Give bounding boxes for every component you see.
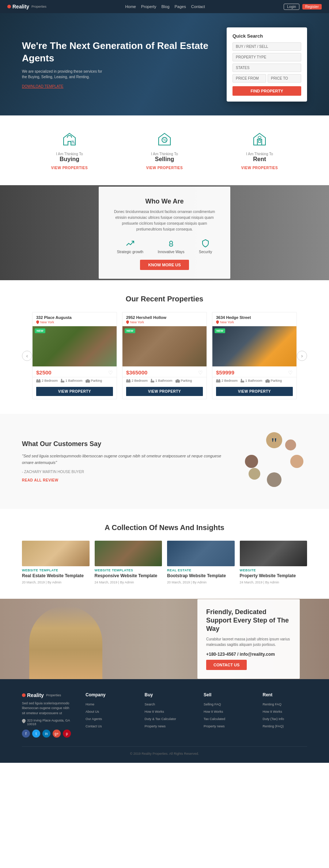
prop-heart-3[interactable]: ♡	[288, 370, 293, 376]
footer-link-property-news-sell: Property news	[204, 723, 248, 728]
buying-icon: 🔧	[60, 130, 79, 148]
social-facebook[interactable]: f	[22, 730, 30, 738]
prop-features-3: 2 Bedroom 1 Bathroom Parking	[212, 377, 296, 384]
buy-rent-sell-select[interactable]: BUY / RENT / SELL	[232, 42, 301, 51]
hero-title: We're The Next Generation of Real Estate…	[22, 40, 212, 65]
buying-action: Buying	[22, 156, 117, 163]
news-card-2: WEBSITE TEMPLATES Responsive Website Tem…	[95, 541, 162, 584]
news-meta-3: 20 March, 2019 | By Admin	[167, 580, 235, 584]
svg-rect-9	[37, 379, 38, 381]
avatar-left	[245, 455, 258, 468]
social-twitter[interactable]: t	[32, 730, 40, 738]
footer-link-howitworks-sell: How It Works	[204, 708, 248, 714]
carousel-next-arrow[interactable]: ›	[297, 351, 307, 361]
footer-link-howitworks-rent: How It Works	[263, 708, 307, 714]
news-category-4: WEBSITE	[240, 568, 307, 572]
news-grid: WEBSITE TEMPLATE Real Estate Website Tem…	[22, 541, 307, 584]
testimonial-title: What Our Customers Say	[22, 440, 227, 448]
prop-heart-1[interactable]: ♡	[108, 370, 113, 376]
hero-download-link[interactable]: DOWNLOAD TEMPLATE	[22, 84, 64, 88]
nav-home[interactable]: Home	[125, 4, 136, 9]
property-card-3: 3634 Hedge Street New York NEW $59999 ♡	[212, 312, 297, 399]
testimonial-author: - ZACHARY MARTIN HOUSE BUYER	[22, 470, 227, 474]
footer-sell-col: Sell Selling FAQ How It Works Tax Calcul…	[204, 692, 248, 738]
who-feat-strategic: Strategic growth	[117, 238, 143, 254]
brand-logo: Reality Properties	[7, 4, 46, 9]
prop-parking-3: Parking	[265, 379, 282, 382]
support-section: Friendly, Dedicated Support Every Step o…	[0, 599, 329, 679]
footer-link-agents: Our Agents	[86, 716, 130, 721]
footer-link-duty-tax: Duty & Tax Calculator	[145, 716, 189, 721]
support-description: Curabitur laoreet massa justalt ultrices…	[206, 636, 291, 647]
footer-socials: f t in g+ p	[22, 730, 71, 738]
find-property-button[interactable]: FIND PROPERTY	[232, 86, 301, 96]
register-button[interactable]: Register	[302, 4, 322, 9]
selling-link[interactable]: VIEW PROPERTIES	[146, 166, 183, 170]
hero-description: We are specialized in providing these se…	[22, 69, 102, 80]
social-pinterest[interactable]: p	[63, 730, 71, 738]
view-property-button-2[interactable]: VIEW PROPERTY	[126, 387, 203, 396]
who-feat-security: Security	[199, 238, 212, 254]
avatar-bottom	[267, 472, 281, 487]
prop-price-1: $2500	[36, 369, 52, 376]
svg-rect-25	[216, 379, 218, 381]
thinking-selling: % I Am Thinking To Selling VIEW PROPERTI…	[117, 130, 212, 170]
svg-rect-28	[241, 379, 242, 381]
nav-property[interactable]: Property	[141, 4, 156, 9]
prop-bathrooms-2: 1 Bathroom	[151, 379, 173, 382]
nav-contact[interactable]: Contact	[191, 4, 205, 9]
buying-link[interactable]: VIEW PROPERTIES	[51, 166, 88, 170]
svg-rect-18	[129, 379, 130, 381]
footer-link-selling-faq: Selling FAQ	[204, 701, 248, 707]
selling-icon: %	[155, 130, 174, 148]
view-property-button-1[interactable]: VIEW PROPERTY	[36, 387, 113, 396]
news-card-title-2[interactable]: Responsive Website Template	[95, 573, 162, 579]
view-property-button-3[interactable]: VIEW PROPERTY	[216, 387, 293, 396]
who-box: Who We Are Donec tincidunmassa tincidunt…	[99, 187, 230, 279]
hero-section: We're The Next Generation of Real Estate…	[0, 13, 329, 115]
news-card-3: REAL ESTATE Bootstrap Website Template 2…	[167, 541, 235, 584]
property-type-select[interactable]: PROPERTY TYPE	[232, 53, 301, 61]
price-from-select[interactable]: PRICE FROM	[232, 74, 266, 83]
news-card-title-4[interactable]: Property Website Template	[240, 573, 307, 579]
footer-sell-title: Sell	[204, 692, 248, 697]
contact-us-button[interactable]: CONTACT US	[206, 660, 247, 670]
rent-link[interactable]: VIEW PROPERTIES	[241, 166, 278, 170]
footer-rent-links: Renting FAQ How It Works Duty (Tax) Info…	[263, 701, 307, 728]
footer-brand-sub: Properties	[46, 693, 61, 697]
news-card-title-1[interactable]: Real Estate Website Template	[22, 573, 90, 579]
login-button[interactable]: Login	[284, 4, 299, 10]
prop-price-row-3: $59999 ♡	[212, 366, 296, 377]
social-linkedin[interactable]: in	[42, 730, 50, 738]
know-more-button[interactable]: KNOW MORE US	[140, 260, 189, 270]
prop-badge-1: NEW	[35, 328, 45, 333]
read-all-review-link[interactable]: READ ALL REVIEW	[22, 478, 58, 482]
support-person-image	[29, 606, 102, 679]
avatar-right	[290, 455, 303, 468]
news-card-title-3[interactable]: Bootstrap Website Template	[167, 573, 235, 579]
news-section: A Collection Of News And Insights WEBSIT…	[0, 509, 329, 599]
nav-pages[interactable]: Pages	[175, 4, 186, 9]
nav-blog[interactable]: Blog	[162, 4, 170, 9]
prop-price-3: $59999	[216, 369, 234, 376]
news-card-4: WEBSITE Property Website Template 24 Mar…	[240, 541, 307, 584]
price-to-select[interactable]: PRICE TO	[268, 74, 301, 83]
footer-buy-title: Buy	[145, 692, 189, 697]
states-select[interactable]: STATES	[232, 64, 301, 72]
support-box: Friendly, Dedicated Support Every Step o…	[197, 599, 300, 679]
thinking-section: 🔧 I Am Thinking To Buying VIEW PROPERTIE…	[0, 115, 329, 185]
social-googleplus[interactable]: g+	[53, 730, 61, 738]
carousel-prev-arrow[interactable]: ‹	[22, 351, 32, 361]
footer-desc: Sed sed liguia scelerisqummodo libersocc…	[22, 701, 71, 716]
prop-heart-2[interactable]: ♡	[198, 370, 203, 376]
footer-link-contact: Contact Us	[86, 723, 130, 728]
prop-badge-2: NEW	[125, 328, 135, 333]
properties-list: 332 Place Augusta New York NEW $2500 ♡	[32, 312, 297, 399]
price-row: PRICE FROM PRICE TO	[232, 74, 301, 83]
prop-image-1: NEW	[33, 326, 117, 366]
prop-bedrooms-3: 2 Bedroom	[216, 379, 238, 382]
quick-search-title: Quick Search	[232, 33, 301, 39]
selling-action: Selling	[117, 156, 212, 163]
prop-address-2: 2952 Hershell Hollow	[122, 312, 207, 320]
footer-company-title: Company	[86, 692, 130, 697]
